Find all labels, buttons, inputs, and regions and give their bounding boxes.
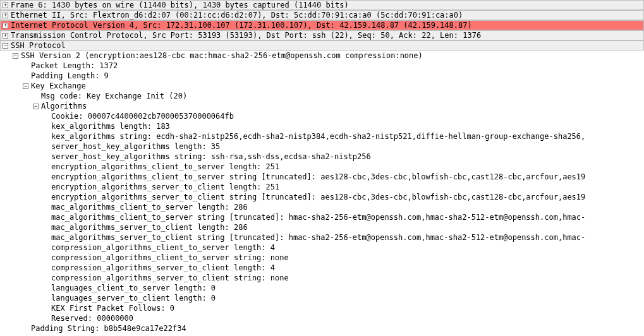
tree-row[interactable]: Padding String: b8b548e9ca17e22f34 (0, 323, 644, 333)
indent-spacer (43, 184, 49, 190)
tree-row[interactable]: Msg code: Key Exchange Init (20) (0, 91, 644, 101)
expand-icon[interactable]: + (3, 23, 8, 28)
tree-row[interactable]: compression_algorithms_server_to_client … (0, 273, 644, 283)
tree-row[interactable]: Reserved: 00000000 (0, 313, 644, 323)
tree-row[interactable]: encryption_algorithms_server_to_client s… (0, 192, 644, 202)
tree-row-label: Msg code: Key Exchange Init (20) (41, 91, 187, 101)
indent-spacer (43, 124, 49, 129)
indent-spacer (43, 215, 49, 220)
tree-row[interactable]: server_host_key_algorithms string: ssh-r… (0, 152, 644, 162)
expand-icon[interactable]: + (3, 13, 8, 18)
tree-row[interactable]: encryption_algorithms_client_to_server l… (0, 162, 644, 172)
tree-row-label: server_host_key_algorithms string: ssh-r… (51, 152, 371, 162)
packet-details-tree[interactable]: +Frame 6: 1430 bytes on wire (11440 bits… (0, 0, 644, 333)
indent-spacer (23, 326, 28, 332)
tree-row-label: Cookie: 00007c4400002cb700005370000064fb (51, 111, 234, 121)
tree-row-label: Packet Length: 1372 (31, 61, 118, 71)
tree-row[interactable]: +Internet Protocol Version 4, Src: 172.3… (0, 20, 644, 30)
tree-row[interactable]: −SSH Version 2 (encryption:aes128-cbc ma… (0, 51, 644, 61)
tree-row[interactable]: languages_server_to_client length: 0 (0, 293, 644, 303)
indent-spacer (43, 174, 49, 180)
tree-row[interactable]: encryption_algorithms_client_to_server s… (0, 172, 644, 182)
indent-spacer (43, 225, 49, 231)
tree-row-label: Padding Length: 9 (31, 71, 109, 81)
indent-spacer (43, 306, 49, 311)
tree-row[interactable]: Packet Length: 1372 (0, 61, 644, 71)
tree-row[interactable]: mac_algorithms_client_to_server string [… (0, 212, 644, 222)
tree-row-label: SSH Protocol (11, 40, 66, 51)
tree-row[interactable]: mac_algorithms_server_to_client length: … (0, 222, 644, 232)
tree-row-label: languages_client_to_server length: 0 (51, 283, 216, 293)
collapse-icon[interactable]: − (33, 104, 39, 109)
indent-spacer (43, 144, 49, 150)
tree-row-label: encryption_algorithms_server_to_client l… (51, 182, 279, 192)
indent-spacer (43, 245, 49, 251)
tree-row[interactable]: languages_client_to_server length: 0 (0, 283, 644, 293)
tree-row[interactable]: kex_algorithms length: 183 (0, 121, 644, 131)
tree-row-label: Frame 6: 1430 bytes on wire (11440 bits)… (11, 0, 349, 10)
tree-row[interactable]: Padding Length: 9 (0, 71, 644, 81)
indent-spacer (43, 265, 49, 271)
tree-row[interactable]: −Algorithms (0, 101, 644, 111)
collapse-icon[interactable]: − (13, 53, 18, 59)
tree-row-label: Key Exchange (31, 81, 86, 91)
tree-row-label: mac_algorithms_server_to_client length: … (51, 222, 248, 232)
tree-row[interactable]: Cookie: 00007c4400002cb700005370000064fb (0, 111, 644, 121)
indent-spacer (43, 275, 49, 281)
tree-row[interactable]: +Ethernet II, Src: Flextron_d6:d2:07 (00… (0, 10, 644, 20)
indent-spacer (43, 235, 49, 241)
tree-row-label: Algorithms (41, 101, 87, 111)
indent-spacer (43, 164, 49, 170)
tree-row-label: Reserved: 00000000 (51, 313, 133, 323)
tree-row-label: encryption_algorithms_client_to_server l… (51, 162, 279, 172)
tree-row-label: encryption_algorithms_server_to_client s… (51, 192, 585, 202)
tree-row[interactable]: mac_algorithms_server_to_client string [… (0, 232, 644, 243)
tree-row-label: KEX First Packet Follows: 0 (51, 303, 174, 313)
indent-spacer (43, 316, 49, 321)
tree-row-label: mac_algorithms_client_to_server length: … (51, 202, 248, 212)
tree-row-label: compression_algorithms_client_to_server … (51, 243, 275, 253)
indent-spacer (43, 114, 49, 119)
tree-row[interactable]: −Key Exchange (0, 81, 644, 91)
tree-row-label: SSH Version 2 (encryption:aes128-cbc mac… (21, 51, 423, 61)
indent-spacer (43, 134, 49, 140)
indent-spacer (43, 296, 49, 301)
tree-row[interactable]: kex_algorithms string: ecdh-sha2-nistp25… (0, 131, 644, 141)
indent-spacer (23, 63, 28, 69)
tree-row-label: kex_algorithms string: ecdh-sha2-nistp25… (51, 131, 585, 141)
tree-row[interactable]: compression_algorithms_server_to_client … (0, 263, 644, 273)
tree-row[interactable]: +Frame 6: 1430 bytes on wire (11440 bits… (0, 0, 644, 10)
tree-row-label: kex_algorithms length: 183 (51, 121, 170, 131)
tree-row-label: Padding String: b8b548e9ca17e22f34 (31, 323, 186, 333)
tree-row-label: Ethernet II, Src: Flextron_d6:d2:07 (00:… (11, 10, 463, 20)
tree-row[interactable]: encryption_algorithms_server_to_client l… (0, 182, 644, 192)
tree-row[interactable]: server_host_key_algorithms length: 35 (0, 141, 644, 152)
tree-row-label: encryption_algorithms_client_to_server s… (51, 172, 585, 182)
indent-spacer (43, 195, 49, 200)
collapse-icon[interactable]: − (23, 83, 28, 89)
collapse-icon[interactable]: − (3, 43, 8, 49)
tree-row-label: mac_algorithms_server_to_client string [… (51, 232, 585, 243)
tree-row-label: languages_server_to_client length: 0 (51, 293, 216, 303)
indent-spacer (43, 205, 49, 210)
tree-row[interactable]: +Transmission Control Protocol, Src Port… (0, 30, 644, 40)
tree-row-label: mac_algorithms_client_to_server string [… (51, 212, 585, 222)
tree-row-label: server_host_key_algorithms length: 35 (51, 141, 220, 152)
tree-row-label: Transmission Control Protocol, Src Port:… (11, 30, 481, 40)
tree-row-label: Internet Protocol Version 4, Src: 172.31… (11, 20, 472, 30)
tree-row[interactable]: mac_algorithms_client_to_server length: … (0, 202, 644, 212)
tree-row-label: compression_algorithms_server_to_client … (51, 263, 275, 273)
tree-row[interactable]: KEX First Packet Follows: 0 (0, 303, 644, 313)
expand-icon[interactable]: + (3, 33, 8, 39)
tree-row-label: compression_algorithms_client_to_server … (51, 253, 289, 263)
tree-row-label: compression_algorithms_server_to_client … (51, 273, 289, 283)
indent-spacer (33, 93, 39, 99)
indent-spacer (43, 255, 49, 261)
indent-spacer (43, 285, 49, 291)
tree-row[interactable]: −SSH Protocol (0, 40, 644, 51)
tree-row[interactable]: compression_algorithms_client_to_server … (0, 243, 644, 253)
expand-icon[interactable]: + (3, 3, 8, 8)
indent-spacer (23, 73, 28, 79)
indent-spacer (43, 154, 49, 160)
tree-row[interactable]: compression_algorithms_client_to_server … (0, 253, 644, 263)
